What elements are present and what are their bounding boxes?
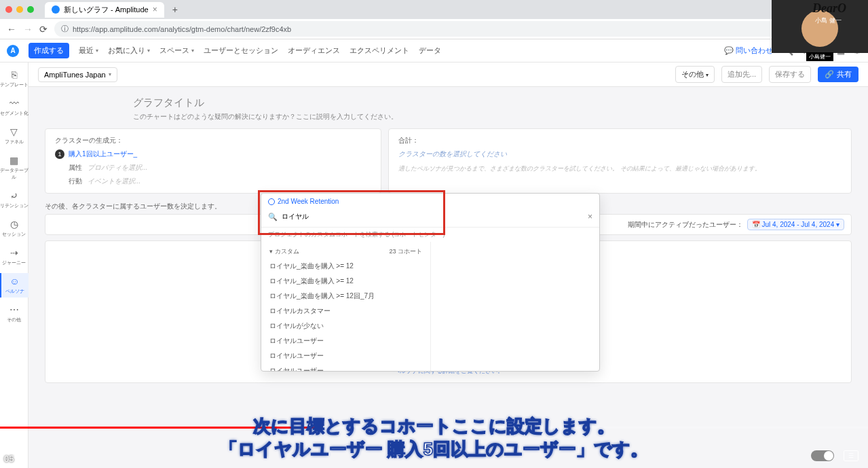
funnel-icon: ▽: [0, 126, 29, 137]
browser-toolbar: ← → ⟳ ⓘ https://app.amplitude.com/analyt…: [0, 19, 868, 39]
cluster-count-selector[interactable]: クラスターの数を選択してください: [398, 149, 842, 159]
dropdown-list: ▾ カスタム 23 コホート ロイヤル_楽曲を購入 >= 12ロイヤル_楽曲を購…: [261, 242, 431, 371]
dropdown-preview: [431, 242, 599, 371]
session-icon: ◷: [0, 219, 29, 230]
reload-icon[interactable]: ⟳: [39, 24, 48, 35]
cohort-option[interactable]: ロイヤルユーザー: [261, 348, 430, 363]
template-icon: ⎘: [0, 69, 29, 80]
nav-experiments[interactable]: エクスペリメント: [350, 46, 409, 56]
amplitude-favicon-icon: [52, 5, 60, 14]
nav-users[interactable]: ユーザーとセッション: [204, 46, 278, 56]
tab-title: 新しいグラフ - Amplitude: [64, 5, 149, 15]
add-to-button[interactable]: 追加先...: [721, 66, 762, 83]
step-badge: 1: [55, 149, 64, 159]
presenter-name: 小島 健一: [815, 16, 842, 25]
cohort-option[interactable]: ロイヤルユーザー: [261, 334, 430, 348]
more-options-button[interactable]: その他 ▾: [675, 66, 715, 83]
lock-icon: ⓘ: [61, 24, 69, 34]
chart-description-input[interactable]: このチャートはどのような疑問の解決になりますか？ここに説明を入力してください。: [133, 112, 852, 122]
chart-toolbar: AmpliTunes Japan▾ その他 ▾ 追加先... 保存する 🔗共有: [29, 62, 868, 87]
nav-spaces[interactable]: スペース▾: [159, 46, 194, 56]
segment-icon: 〰: [0, 98, 29, 109]
retention-icon: ⤾: [0, 190, 29, 201]
save-button[interactable]: 保存する: [769, 66, 811, 83]
window-controls[interactable]: [5, 6, 34, 13]
more-icon: ⋯: [0, 304, 29, 315]
hint-text: 適したペルソナが見つかるまで、さまざまな数のクラスターを試してください。 その結…: [398, 164, 842, 173]
rail-datatable[interactable]: ▦データテーブル: [0, 152, 29, 183]
chart-title-input[interactable]: グラフタイトル: [133, 96, 852, 109]
left-rail: ⎘テンプレート 〰セグメント化 ▽ファネル ▦データテーブル ⤾リテンション ◷…: [0, 62, 29, 468]
app-header: A 作成する 最近▾ お気に入り▾ スペース▾ ユーザーとセッション オーディエ…: [0, 39, 868, 62]
share-icon: 🔗: [825, 70, 834, 79]
date-label: 期間中にアクティブだったユーザー：: [628, 220, 743, 230]
cohort-search-input[interactable]: [282, 213, 584, 221]
close-tab-icon[interactable]: ×: [153, 5, 157, 14]
chevron-down-icon: ▾: [147, 48, 150, 54]
property-selector[interactable]: プロパティを選択...: [88, 163, 147, 173]
project-selector[interactable]: AmpliTunes Japan▾: [38, 67, 117, 82]
back-icon[interactable]: ←: [7, 24, 16, 35]
rail-other[interactable]: ⋯その他: [0, 302, 29, 326]
browser-tab-bar: 新しいグラフ - Amplitude × +: [0, 0, 868, 19]
rail-journey[interactable]: ⇢ジャーニー: [0, 245, 29, 269]
table-icon: ▦: [0, 155, 29, 166]
persona-icon: ☺: [1, 276, 29, 287]
cluster-count-panel: 合計： クラスターの数を選択してください 適したペルソナが見つかるまで、さまざま…: [388, 128, 852, 194]
presenter-webcam: DearO 小島 健一 小島健一: [772, 0, 868, 53]
rail-retention[interactable]: ⤾リテンション: [0, 187, 29, 212]
journey-icon: ⇢: [0, 247, 29, 258]
panel-label: 合計：: [398, 136, 842, 145]
dropdown-hint: プロジェクトのカスタムコホートを検索する (コホートセンター): [261, 228, 599, 242]
cohort-option[interactable]: ロイヤル_楽曲を購入 >= 12: [261, 274, 430, 289]
new-tab-button[interactable]: +: [172, 4, 178, 15]
clear-search-icon[interactable]: ×: [588, 212, 592, 221]
share-button[interactable]: 🔗共有: [818, 67, 858, 82]
nav-audiences[interactable]: オーディエンス: [288, 46, 340, 56]
cohort-type-icon: [268, 198, 275, 205]
cohort-source-link[interactable]: 購入1回以上ユーザー_: [69, 149, 137, 159]
search-icon: 🔍: [268, 213, 278, 221]
address-bar[interactable]: ⓘ https://app.amplitude.com/analytics/gt…: [54, 21, 782, 37]
brand-logo: DearO: [812, 1, 846, 16]
cohort-option[interactable]: ロイヤルが少ない: [261, 319, 430, 334]
nav-data[interactable]: データ: [419, 46, 441, 56]
cohort-option[interactable]: ロイヤル_楽曲を購入 >= 12回_7月: [261, 289, 430, 304]
action-label: 行動: [69, 177, 82, 186]
chevron-down-icon: ▾: [96, 48, 98, 54]
chevron-down-icon: ▾: [109, 71, 111, 77]
create-button[interactable]: 作成する: [29, 43, 69, 58]
cohort-option[interactable]: ロイヤルユーザー: [261, 363, 430, 371]
event-selector[interactable]: イベントを選択...: [88, 177, 140, 186]
dropdown-section-header[interactable]: ▾ カスタム 23 コホート: [261, 245, 430, 259]
rail-session[interactable]: ◷セッション: [0, 216, 29, 240]
browser-tab[interactable]: 新しいグラフ - Amplitude ×: [45, 2, 164, 18]
date-range-selector[interactable]: 📅 Jul 4, 2024 - Jul 4, 2024 ▾: [747, 219, 844, 230]
cluster-source-panel: クラスターの生成元： 1 購入1回以上ユーザー_ 属性プロパティを選択... 行…: [45, 128, 381, 194]
panel-label: クラスターの生成元：: [55, 136, 371, 145]
rail-funnel[interactable]: ▽ファネル: [0, 124, 29, 148]
chevron-down-icon: ▾: [191, 48, 194, 54]
chevron-down-icon: ▾: [706, 72, 709, 78]
cohort-option[interactable]: ロイヤルカスタマー: [261, 304, 430, 319]
cohort-dropdown: 2nd Week Retention 🔍 × プロジェクトのカスタムコホートを検…: [261, 193, 600, 372]
amplitude-logo-icon[interactable]: A: [7, 45, 19, 57]
nav-recent[interactable]: 最近▾: [79, 46, 98, 56]
rail-template[interactable]: ⎘テンプレート: [0, 67, 29, 91]
url-text: https://app.amplitude.com/analytics/gtm-…: [73, 25, 291, 33]
property-label: 属性: [69, 163, 82, 173]
dropdown-header: 2nd Week Retention: [261, 194, 599, 209]
help-link[interactable]: 💬 問い合わせ: [724, 46, 773, 56]
cohort-option[interactable]: ロイヤル_楽曲を購入 >= 12: [261, 259, 430, 274]
rail-segment[interactable]: 〰セグメント化: [0, 95, 29, 120]
forward-icon[interactable]: →: [23, 24, 33, 35]
nav-favorites[interactable]: お気に入り▾: [108, 46, 150, 56]
rail-persona[interactable]: ☺ペルソナ: [0, 273, 29, 298]
presenter-tag: 小島健一: [806, 52, 833, 61]
